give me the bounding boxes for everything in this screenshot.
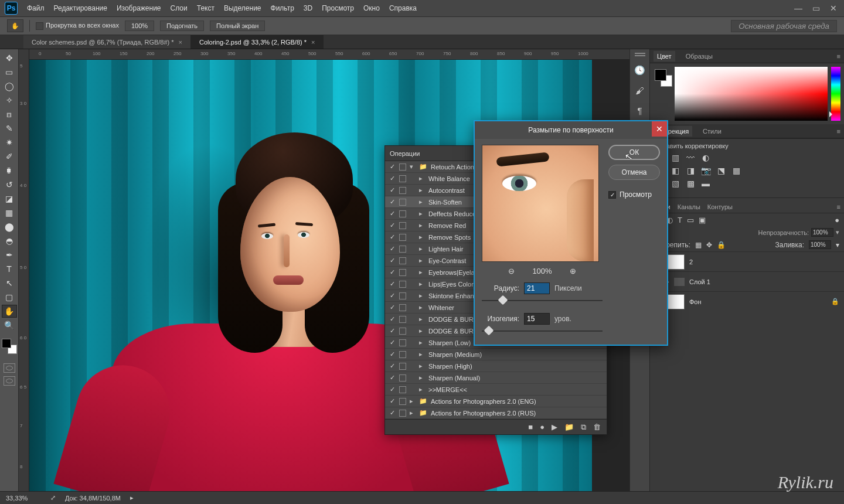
toggle-icon[interactable]: ✓	[389, 409, 396, 417]
toggle-icon[interactable]: ✓	[389, 280, 396, 288]
toggle-icon[interactable]: ✓	[389, 245, 396, 253]
radius-input[interactable]	[524, 282, 550, 294]
hue-icon[interactable]: ◧	[670, 166, 680, 175]
expand-icon[interactable]: ▸	[419, 374, 425, 382]
action-row[interactable]: ✓▸📁Actions for Photographers 2.0 (ENG)	[385, 396, 607, 407]
radius-slider[interactable]	[482, 295, 603, 306]
menu-help[interactable]: Справка	[389, 4, 417, 12]
dialog-toggle-icon[interactable]	[399, 374, 406, 382]
menu-filter[interactable]: Фильтр	[271, 4, 294, 12]
dialog-toggle-icon[interactable]	[399, 246, 406, 253]
toggle-icon[interactable]: ✓	[389, 362, 396, 370]
toggle-icon[interactable]: ✓	[389, 339, 396, 346]
toggle-icon[interactable]: ✓	[389, 186, 396, 194]
dialog-toggle-icon[interactable]	[399, 386, 406, 393]
expand-icon[interactable]: ▸	[419, 386, 425, 393]
curves-icon[interactable]: 〰	[685, 153, 696, 162]
expand-icon[interactable]: ▸	[419, 268, 425, 276]
healing-brush-tool-icon[interactable]: ✷	[2, 136, 17, 149]
play-icon[interactable]: ▶	[552, 423, 557, 431]
expand-icon[interactable]: ▸	[419, 245, 425, 253]
exposure-icon[interactable]: ◐	[700, 153, 711, 162]
crop-tool-icon[interactable]: ⧈	[2, 108, 17, 121]
type-tool-icon[interactable]: T	[2, 263, 17, 275]
magic-wand-tool-icon[interactable]: ✧	[2, 94, 17, 107]
threshold-input[interactable]	[524, 313, 550, 325]
eraser-tool-icon[interactable]: ◪	[2, 192, 17, 205]
minimize-icon[interactable]: —	[792, 4, 804, 13]
expand-icon[interactable]: ▸	[419, 327, 425, 335]
expand-icon[interactable]: ▸	[419, 350, 425, 358]
expand-icon[interactable]: ▸	[419, 233, 425, 241]
toggle-icon[interactable]: ✓	[389, 386, 396, 393]
close-icon[interactable]: ×	[311, 39, 315, 46]
doc-tab-0[interactable]: Color schemes.psd @ 66,7% (Триада, RGB/8…	[23, 35, 191, 49]
dialog-toggle-icon[interactable]	[399, 292, 406, 299]
action-row[interactable]: ✓▸Sharpen (Manual)	[385, 372, 607, 384]
toggle-icon[interactable]: ✓	[389, 397, 396, 405]
eyedropper-tool-icon[interactable]: ✎	[2, 122, 17, 135]
new-action-icon[interactable]: ⧉	[581, 423, 586, 432]
dock-grip-icon[interactable]	[635, 53, 645, 56]
toggle-icon[interactable]: ✓	[389, 233, 396, 241]
menu-view[interactable]: Просмотр	[322, 4, 354, 12]
pen-tool-icon[interactable]: ✒	[2, 248, 17, 261]
toggle-icon[interactable]: ✓	[389, 163, 396, 171]
fill-input[interactable]	[809, 240, 831, 249]
tab-color[interactable]: Цвет	[654, 51, 675, 62]
new-set-icon[interactable]: 📁	[564, 423, 574, 431]
dialog-toggle-icon[interactable]	[399, 363, 406, 370]
photo-filter-icon[interactable]: 📷	[700, 166, 711, 175]
menu-file[interactable]: Файл	[27, 4, 45, 12]
lock-position-icon[interactable]: ✥	[706, 241, 712, 249]
toggle-icon[interactable]: ✓	[389, 257, 396, 264]
menu-select[interactable]: Выделение	[224, 4, 261, 12]
toggle-icon[interactable]: ✓	[389, 304, 396, 311]
brush-tool-icon[interactable]: ✐	[2, 150, 17, 163]
menu-3d[interactable]: 3D	[304, 4, 312, 12]
fullscreen-button[interactable]: Полный экран	[210, 21, 265, 31]
dialog-toggle-icon[interactable]	[399, 199, 406, 206]
preview-area[interactable]	[482, 145, 599, 262]
expand-icon[interactable]: ▸	[419, 222, 425, 229]
fit-button[interactable]: Подогнать	[160, 21, 204, 31]
menu-edit[interactable]: Редактирование	[54, 4, 107, 12]
expand-icon[interactable]: ▸	[410, 409, 416, 417]
close-icon[interactable]: ×	[179, 39, 182, 46]
expand-icon[interactable]: ▸	[419, 292, 425, 299]
gradient-tool-icon[interactable]: ▦	[2, 206, 17, 219]
quickmask-icons[interactable]	[4, 363, 15, 386]
dialog-toggle-icon[interactable]	[399, 328, 406, 335]
dialog-toggle-icon[interactable]	[399, 234, 406, 241]
panel-menu-icon[interactable]: ≡	[833, 53, 844, 60]
move-tool-icon[interactable]: ✥	[2, 52, 17, 64]
path-select-tool-icon[interactable]: ↖	[2, 277, 17, 290]
shape-tool-icon[interactable]: ▢	[2, 291, 17, 304]
panel-menu-icon[interactable]: ≡	[833, 128, 844, 135]
cancel-button[interactable]: Отмена	[608, 165, 660, 180]
expand-icon[interactable]: ▸	[419, 257, 425, 264]
action-row[interactable]: ✓▸📁Actions for Photographers 2.0 (RUS)	[385, 407, 607, 419]
maximize-icon[interactable]: ▭	[810, 4, 822, 13]
tab-styles[interactable]: Стили	[699, 126, 725, 137]
expand-icon[interactable]: ▾	[410, 163, 416, 171]
menu-image[interactable]: Изображение	[117, 4, 161, 12]
stamp-tool-icon[interactable]: ⧯	[2, 164, 17, 177]
dialog-toggle-icon[interactable]	[399, 257, 406, 264]
expand-icon[interactable]: ▸	[419, 198, 425, 206]
workspace-switcher[interactable]: Основная рабочая среда	[731, 20, 837, 32]
expand-icon[interactable]: ⤢	[50, 494, 56, 502]
fg-bg-swatch[interactable]	[654, 67, 671, 121]
preview-checkbox[interactable]: ✓ Просмотр	[608, 190, 660, 199]
color-field[interactable]	[675, 67, 828, 121]
bw-icon[interactable]: ◨	[685, 166, 696, 175]
panel-menu-icon[interactable]: ≡	[837, 203, 844, 210]
history-brush-tool-icon[interactable]: ↺	[2, 178, 17, 191]
threshold-slider[interactable]	[482, 326, 603, 336]
dialog-toggle-icon[interactable]	[399, 187, 406, 194]
hand-tool-icon[interactable]: ✋	[2, 305, 17, 318]
toggle-icon[interactable]: ✓	[389, 292, 396, 299]
paragraph-panel-icon[interactable]: ¶	[634, 104, 646, 116]
dialog-toggle-icon[interactable]	[399, 164, 406, 171]
filter-smart-icon[interactable]: ▣	[699, 216, 706, 224]
